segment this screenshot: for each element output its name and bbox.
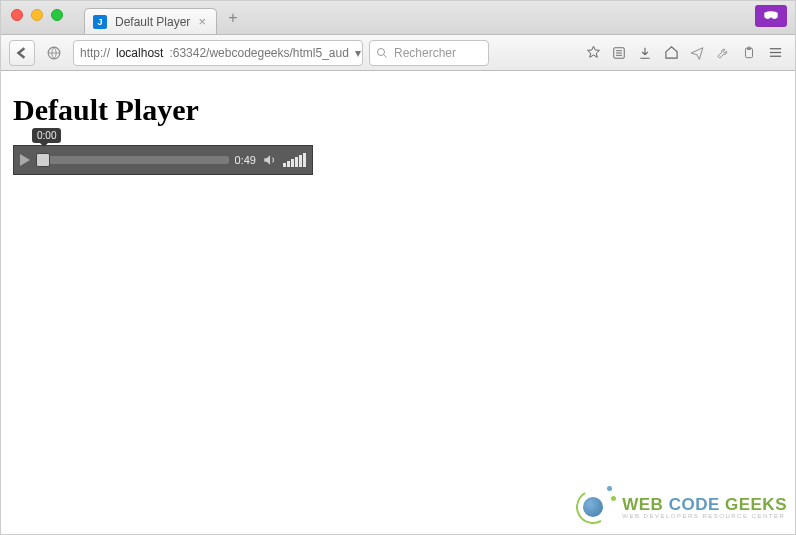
list-icon bbox=[612, 46, 626, 60]
dropdown-history-icon[interactable]: ▾ bbox=[355, 46, 361, 60]
reader-view-button[interactable] bbox=[607, 40, 631, 66]
download-icon bbox=[638, 46, 652, 60]
hamburger-menu-button[interactable] bbox=[763, 40, 787, 66]
identity-button[interactable] bbox=[41, 40, 67, 66]
send-button[interactable] bbox=[685, 40, 709, 66]
mask-icon bbox=[763, 11, 779, 21]
url-path: :63342/webcodegeeks/html5_aud bbox=[169, 46, 348, 60]
new-tab-button[interactable]: + bbox=[223, 8, 243, 28]
audio-duration: 0:49 bbox=[235, 154, 256, 166]
page-content: Default Player 0:00 0:49 bbox=[1, 71, 795, 197]
window-maximize-button[interactable] bbox=[51, 9, 63, 21]
browser-tab[interactable]: J Default Player × bbox=[84, 8, 217, 34]
audio-player: 0:00 0:49 bbox=[13, 145, 313, 175]
watermark-tagline: WEB DEVELOPERS RESOURCE CENTER bbox=[622, 513, 787, 519]
clipboard-icon bbox=[742, 46, 756, 60]
url-scheme: http:// bbox=[80, 46, 110, 60]
downloads-button[interactable] bbox=[633, 40, 657, 66]
audio-play-button[interactable] bbox=[20, 154, 30, 166]
audio-time-tooltip: 0:00 bbox=[32, 128, 61, 143]
audio-seek-track[interactable] bbox=[36, 156, 229, 164]
tab-close-button[interactable]: × bbox=[198, 14, 206, 29]
url-host: localhost bbox=[116, 46, 163, 60]
window-controls bbox=[11, 9, 63, 21]
arrow-left-icon bbox=[16, 47, 28, 59]
clipboard-button[interactable] bbox=[737, 40, 761, 66]
page-heading: Default Player bbox=[13, 93, 783, 127]
menu-icon bbox=[768, 45, 783, 60]
audio-mute-button[interactable] bbox=[262, 153, 277, 167]
svg-line-2 bbox=[384, 54, 387, 57]
svg-point-1 bbox=[378, 48, 385, 55]
paper-plane-icon bbox=[690, 46, 704, 60]
tab-favicon: J bbox=[93, 15, 107, 29]
globe-icon bbox=[47, 46, 61, 60]
wrench-icon bbox=[716, 45, 731, 60]
toolbar-icons bbox=[581, 40, 787, 66]
audio-seek-thumb[interactable] bbox=[36, 153, 50, 167]
watermark-word3: GEEKS bbox=[725, 495, 787, 514]
browser-toolbar: http://localhost:63342/webcodegeeks/html… bbox=[1, 35, 795, 71]
dev-tools-button[interactable] bbox=[711, 40, 735, 66]
window-titlebar: J Default Player × + bbox=[1, 1, 795, 35]
watermark-logo: WEB CODE GEEKS WEB DEVELOPERS RESOURCE C… bbox=[572, 486, 787, 528]
search-bar[interactable]: Rechercher bbox=[369, 40, 489, 66]
extension-badge[interactable] bbox=[755, 5, 787, 27]
window-close-button[interactable] bbox=[11, 9, 23, 21]
url-bar[interactable]: http://localhost:63342/webcodegeeks/html… bbox=[73, 40, 363, 66]
watermark-word1: WEB bbox=[622, 495, 668, 514]
speaker-icon bbox=[262, 153, 277, 167]
watermark-text: WEB CODE GEEKS WEB DEVELOPERS RESOURCE C… bbox=[622, 496, 787, 519]
audio-volume-bars[interactable] bbox=[283, 153, 306, 167]
search-placeholder: Rechercher bbox=[394, 46, 456, 60]
window-minimize-button[interactable] bbox=[31, 9, 43, 21]
home-icon bbox=[664, 45, 679, 60]
search-icon bbox=[376, 47, 388, 59]
watermark-word2: CODE bbox=[669, 495, 725, 514]
home-button[interactable] bbox=[659, 40, 683, 66]
bookmark-star-button[interactable] bbox=[581, 40, 605, 66]
watermark-mark bbox=[572, 486, 614, 528]
tab-title: Default Player bbox=[115, 15, 190, 29]
star-icon bbox=[586, 45, 601, 60]
nav-back-button[interactable] bbox=[9, 40, 35, 66]
